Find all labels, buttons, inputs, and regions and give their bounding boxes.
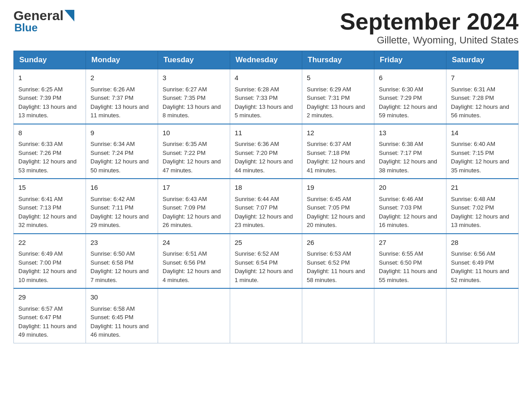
page-header: General Blue September 2024 Gillette, Wy…	[13, 9, 519, 46]
day-number: 16	[90, 183, 153, 193]
sunset-text: Sunset: 7:29 PM	[379, 94, 422, 101]
sunrise-text: Sunrise: 6:31 AM	[451, 86, 495, 93]
sunset-text: Sunset: 6:56 PM	[163, 259, 206, 266]
calendar-week-row: 1Sunrise: 6:25 AMSunset: 7:39 PMDaylight…	[14, 69, 519, 124]
sunrise-text: Sunrise: 6:27 AM	[163, 86, 207, 93]
calendar-cell: 24Sunrise: 6:51 AMSunset: 6:56 PMDayligh…	[158, 234, 230, 289]
calendar-cell: 20Sunrise: 6:46 AMSunset: 7:03 PMDayligh…	[374, 179, 446, 234]
calendar-cell: 19Sunrise: 6:45 AMSunset: 7:05 PMDayligh…	[302, 179, 374, 234]
day-number: 8	[18, 128, 81, 138]
calendar-cell: 28Sunrise: 6:56 AMSunset: 6:49 PMDayligh…	[446, 234, 519, 289]
daylight-text: Daylight: 11 hours and 52 minutes.	[451, 268, 509, 283]
daylight-text: Daylight: 12 hours and 50 minutes.	[90, 158, 149, 174]
day-number: 26	[307, 238, 369, 248]
calendar-cell: 25Sunrise: 6:52 AMSunset: 6:54 PMDayligh…	[230, 234, 302, 289]
daylight-text: Daylight: 12 hours and 56 minutes.	[451, 103, 509, 119]
daylight-text: Daylight: 13 hours and 11 minutes.	[90, 103, 149, 119]
sunrise-text: Sunrise: 6:37 AM	[307, 141, 351, 147]
calendar-cell: 6Sunrise: 6:30 AMSunset: 7:29 PMDaylight…	[374, 69, 446, 124]
page-subtitle: Gillette, Wyoming, United States	[340, 34, 519, 46]
weekday-header-friday: Friday	[374, 51, 446, 69]
calendar-cell: 30Sunrise: 6:58 AMSunset: 6:45 PMDayligh…	[86, 288, 158, 343]
calendar-table: SundayMondayTuesdayWednesdayThursdayFrid…	[13, 51, 519, 343]
svg-marker-0	[64, 10, 74, 21]
day-number: 6	[379, 73, 442, 83]
sunset-text: Sunset: 7:37 PM	[90, 94, 133, 101]
daylight-text: Daylight: 12 hours and 1 minute.	[235, 268, 293, 283]
calendar-cell: 17Sunrise: 6:43 AMSunset: 7:09 PMDayligh…	[158, 179, 230, 234]
day-number: 29	[18, 292, 81, 303]
daylight-text: Daylight: 12 hours and 35 minutes.	[451, 158, 509, 174]
sunset-text: Sunset: 7:31 PM	[307, 94, 350, 101]
calendar-cell	[302, 288, 374, 343]
calendar-week-row: 8Sunrise: 6:33 AMSunset: 7:26 PMDaylight…	[14, 124, 519, 179]
sunset-text: Sunset: 6:50 PM	[379, 259, 422, 266]
calendar-cell: 5Sunrise: 6:29 AMSunset: 7:31 PMDaylight…	[302, 69, 374, 124]
daylight-text: Daylight: 12 hours and 41 minutes.	[307, 158, 365, 174]
day-number: 3	[163, 73, 225, 83]
calendar-cell: 12Sunrise: 6:37 AMSunset: 7:18 PMDayligh…	[302, 124, 374, 179]
sunset-text: Sunset: 7:22 PM	[163, 150, 206, 156]
daylight-text: Daylight: 12 hours and 23 minutes.	[235, 213, 293, 229]
calendar-header-row: SundayMondayTuesdayWednesdayThursdayFrid…	[14, 51, 519, 69]
daylight-text: Daylight: 12 hours and 47 minutes.	[163, 158, 221, 174]
daylight-text: Daylight: 12 hours and 44 minutes.	[235, 158, 293, 174]
sunset-text: Sunset: 7:20 PM	[235, 150, 278, 156]
day-number: 23	[90, 238, 153, 248]
sunrise-text: Sunrise: 6:38 AM	[379, 141, 423, 147]
day-number: 9	[90, 128, 153, 138]
calendar-cell	[374, 288, 446, 343]
logo-general-text: General	[13, 9, 64, 22]
day-number: 4	[235, 73, 297, 83]
calendar-cell: 27Sunrise: 6:55 AMSunset: 6:50 PMDayligh…	[374, 234, 446, 289]
sunrise-text: Sunrise: 6:33 AM	[18, 141, 63, 147]
calendar-week-row: 22Sunrise: 6:49 AMSunset: 7:00 PMDayligh…	[14, 234, 519, 289]
sunrise-text: Sunrise: 6:36 AM	[235, 141, 279, 147]
weekday-header-sunday: Sunday	[14, 51, 86, 69]
calendar-cell: 4Sunrise: 6:28 AMSunset: 7:33 PMDaylight…	[230, 69, 302, 124]
sunset-text: Sunset: 7:07 PM	[235, 204, 278, 211]
calendar-week-row: 29Sunrise: 6:57 AMSunset: 6:47 PMDayligh…	[14, 288, 519, 343]
daylight-text: Daylight: 12 hours and 4 minutes.	[163, 268, 221, 283]
calendar-week-row: 15Sunrise: 6:41 AMSunset: 7:13 PMDayligh…	[14, 179, 519, 234]
sunrise-text: Sunrise: 6:28 AM	[235, 86, 279, 93]
calendar-cell: 15Sunrise: 6:41 AMSunset: 7:13 PMDayligh…	[14, 179, 86, 234]
sunrise-text: Sunrise: 6:52 AM	[235, 250, 279, 257]
sunset-text: Sunset: 7:15 PM	[451, 150, 494, 156]
sunset-text: Sunset: 7:35 PM	[163, 94, 206, 101]
sunrise-text: Sunrise: 6:55 AM	[379, 250, 423, 257]
calendar-cell: 18Sunrise: 6:44 AMSunset: 7:07 PMDayligh…	[230, 179, 302, 234]
calendar-cell	[158, 288, 230, 343]
sunrise-text: Sunrise: 6:42 AM	[90, 196, 135, 202]
calendar-cell: 23Sunrise: 6:50 AMSunset: 6:58 PMDayligh…	[86, 234, 158, 289]
sunset-text: Sunset: 6:54 PM	[235, 259, 278, 266]
day-number: 25	[235, 238, 297, 248]
calendar-cell: 16Sunrise: 6:42 AMSunset: 7:11 PMDayligh…	[86, 179, 158, 234]
sunset-text: Sunset: 6:58 PM	[90, 259, 133, 266]
daylight-text: Daylight: 11 hours and 46 minutes.	[90, 323, 149, 338]
sunset-text: Sunset: 6:45 PM	[90, 314, 133, 321]
day-number: 10	[163, 128, 225, 138]
daylight-text: Daylight: 12 hours and 26 minutes.	[163, 213, 221, 229]
sunrise-text: Sunrise: 6:46 AM	[379, 196, 423, 202]
calendar-cell: 13Sunrise: 6:38 AMSunset: 7:17 PMDayligh…	[374, 124, 446, 179]
sunset-text: Sunset: 6:49 PM	[451, 259, 494, 266]
sunset-text: Sunset: 7:05 PM	[307, 204, 350, 211]
sunset-text: Sunset: 7:24 PM	[90, 150, 133, 156]
sunset-text: Sunset: 7:33 PM	[235, 94, 278, 101]
sunset-text: Sunset: 7:03 PM	[379, 204, 422, 211]
calendar-cell: 8Sunrise: 6:33 AMSunset: 7:26 PMDaylight…	[14, 124, 86, 179]
day-number: 14	[451, 128, 514, 138]
sunset-text: Sunset: 7:39 PM	[18, 94, 61, 101]
logo: General Blue	[13, 9, 74, 34]
calendar-cell: 9Sunrise: 6:34 AMSunset: 7:24 PMDaylight…	[86, 124, 158, 179]
daylight-text: Daylight: 13 hours and 8 minutes.	[163, 103, 221, 119]
daylight-text: Daylight: 12 hours and 32 minutes.	[18, 213, 77, 229]
sunrise-text: Sunrise: 6:34 AM	[90, 141, 135, 147]
calendar-cell	[446, 288, 519, 343]
sunset-text: Sunset: 6:52 PM	[307, 259, 350, 266]
sunrise-text: Sunrise: 6:56 AM	[451, 250, 495, 257]
calendar-cell: 3Sunrise: 6:27 AMSunset: 7:35 PMDaylight…	[158, 69, 230, 124]
daylight-text: Daylight: 13 hours and 2 minutes.	[307, 103, 365, 119]
weekday-header-tuesday: Tuesday	[158, 51, 230, 69]
